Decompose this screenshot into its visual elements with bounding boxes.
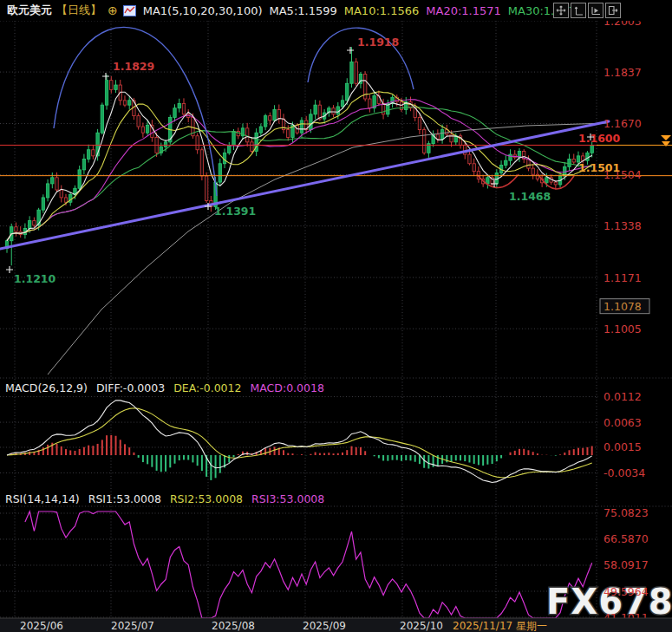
price-axis-tick: 1.1670 (603, 117, 642, 130)
candle-body (473, 164, 475, 172)
candle-body (369, 99, 371, 108)
candle-body (336, 107, 339, 114)
period-label: 【日线】 (56, 3, 101, 18)
candle-body (46, 184, 49, 198)
date-axis-label: 2025/07 (111, 620, 154, 632)
exit-pane-icon[interactable] (605, 3, 621, 18)
price-axis-tick: 1.1837 (603, 66, 642, 79)
trendline-layer (0, 121, 609, 249)
extreme-plus-marker (347, 47, 354, 54)
candle-body (205, 176, 207, 200)
price-annotation: 1.1501 (578, 161, 620, 174)
ma20-line (7, 100, 592, 241)
rsi-axis-tick: 75.0823 (603, 506, 649, 519)
extreme-plus-marker (6, 266, 13, 273)
chart-header: 欧元美元 【日线】 ⊕ MA1(5,10,20,30,100) MA5:1.15… (0, 0, 672, 21)
candle-body (422, 130, 425, 153)
ma-params-label: MA1(5,10,20,30,100) (143, 4, 263, 17)
macd-layer (7, 401, 592, 483)
candle-body (101, 105, 103, 133)
candle-body (486, 178, 489, 184)
date-axis-label: 2025/08 (212, 620, 255, 632)
macd-axis-tick: -0.0034 (603, 466, 645, 479)
candle-body (505, 160, 507, 165)
price-axis-tick: 1.1338 (603, 219, 642, 232)
rsi1-value: RSI1:53.0008 (88, 492, 161, 505)
axis-labels-layer: 1.20031.18371.16701.15041.13381.11711.10… (600, 15, 649, 624)
candle-body (78, 170, 81, 188)
candle-body (251, 142, 253, 152)
rsi-axis-tick: 66.5870 (603, 532, 649, 545)
candle-body (341, 101, 343, 107)
candle-body (141, 127, 144, 133)
chart-toolbar (553, 3, 621, 18)
candle-body (60, 190, 62, 198)
candle-body (105, 81, 108, 105)
candle-body (128, 101, 131, 105)
rsi2-value: RSI2:53.0008 (170, 492, 243, 505)
candle-body (346, 83, 349, 101)
price-annotation: 1.1829 (113, 60, 154, 73)
price-axis-tick: 1.1005 (603, 323, 642, 336)
candlestick-chart-icon[interactable] (123, 5, 136, 16)
candle-body (182, 103, 185, 114)
ma10-line (7, 92, 592, 241)
rsi3-value: RSI3:53.0008 (251, 492, 324, 505)
axis-play-icon[interactable] (588, 3, 603, 18)
candle-body (196, 136, 199, 150)
date-axis-label: 2025/10 (400, 620, 443, 632)
candle-body (87, 150, 89, 160)
candle-body (137, 116, 140, 127)
candle-body (28, 221, 30, 229)
macd-macd-value: MACD:0.0018 (250, 381, 323, 394)
candle-body (277, 109, 280, 119)
hlines-layer (0, 135, 672, 176)
axis-scale-up-icon[interactable] (571, 3, 586, 18)
macd-params-label: MACD(26,12,9) (5, 381, 88, 394)
candle-body (355, 62, 357, 83)
candle-body (15, 227, 17, 231)
date-axis-label: 2025/11/17 星期一 (453, 620, 547, 632)
candle-body (42, 198, 44, 210)
rsi-axis-tick: 58.0917 (603, 558, 649, 571)
candle-body (350, 62, 353, 83)
candle-body (532, 168, 534, 174)
crosshair-icon[interactable]: ⊕ (108, 4, 118, 16)
extreme-plus-marker (102, 73, 109, 80)
price-axis-tick: 1.1078 (603, 300, 642, 313)
ma100-line (48, 123, 607, 375)
symbol-title: 欧元美元 (7, 3, 52, 18)
candle-body (554, 182, 557, 185)
candle-body (572, 159, 575, 162)
macd-dea-value: DEA:-0.0012 (173, 381, 241, 394)
candle-body (228, 145, 231, 153)
ma5-value: MA5:1.1599 (270, 4, 337, 17)
candle-body (33, 221, 36, 225)
dea-line (7, 408, 592, 478)
candle-body (536, 174, 538, 179)
candle-body (314, 105, 316, 114)
candle-body (300, 121, 303, 133)
macd-header: MACD(26,12,9) DIFF:-0.0003 DEA:-0.0012 M… (5, 381, 324, 394)
candle-body (173, 108, 176, 118)
candle-body (55, 178, 58, 190)
pan-icon[interactable] (553, 3, 569, 18)
candle-body (509, 154, 512, 160)
candle-body (164, 142, 166, 147)
price-annotation: 1.1600 (578, 132, 621, 145)
macd-axis-tick: 0.0063 (603, 416, 642, 429)
candle-body (545, 178, 548, 183)
candle-body (219, 164, 221, 182)
candle-body (468, 154, 471, 164)
candle-body (178, 103, 180, 108)
candle-body (123, 101, 126, 105)
candle-body (382, 103, 384, 114)
macd-diff-value: DIFF:-0.0003 (96, 381, 165, 394)
candle-body (332, 108, 335, 114)
candle-body (146, 125, 148, 133)
candle-body (273, 109, 276, 120)
chart-canvas[interactable]: FX6781.20031.18371.16701.15041.13381.117… (0, 0, 672, 632)
candle-body (51, 178, 54, 184)
date-axis-label: 2025/09 (303, 620, 346, 632)
date-axis-label: 2025/06 (20, 620, 63, 632)
